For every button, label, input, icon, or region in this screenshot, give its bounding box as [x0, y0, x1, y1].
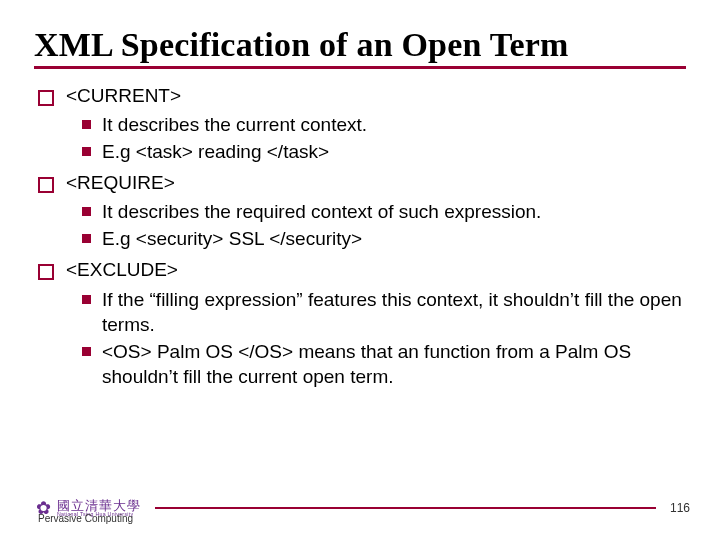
list-item: E.g <security> SSL </security>	[82, 226, 686, 251]
footer: ✿ 國立清華大學 National Tsing Hua University P…	[0, 494, 720, 522]
bullet-text: E.g <task> reading </task>	[102, 139, 686, 164]
list-item: <REQUIRE>	[38, 170, 686, 195]
list-item: If the “filling expression” features thi…	[82, 287, 686, 337]
footer-label: Pervasive Computing	[38, 513, 133, 524]
slide-title: XML Specification of an Open Term	[34, 26, 686, 64]
list-item: E.g <task> reading </task>	[82, 139, 686, 164]
footer-rule	[155, 507, 656, 509]
list-item: <OS> Palm OS </OS> means that an functio…	[82, 339, 686, 389]
filled-square-icon	[82, 120, 91, 129]
hollow-square-icon	[38, 90, 54, 106]
bullet-text: It describes the current context.	[102, 112, 686, 137]
section-heading: <REQUIRE>	[66, 170, 686, 195]
bullet-text: <OS> Palm OS </OS> means that an functio…	[102, 339, 686, 389]
bullet-text: E.g <security> SSL </security>	[102, 226, 686, 251]
list-item: <EXCLUDE>	[38, 257, 686, 282]
hollow-square-icon	[38, 264, 54, 280]
slide: XML Specification of an Open Term <CURRE…	[0, 0, 720, 540]
list-item: <CURRENT>	[38, 83, 686, 108]
list-item: It describes the required context of suc…	[82, 199, 686, 224]
filled-square-icon	[82, 234, 91, 243]
list-item: It describes the current context.	[82, 112, 686, 137]
filled-square-icon	[82, 147, 91, 156]
section-heading: <EXCLUDE>	[66, 257, 686, 282]
logo-cn: 國立清華大學	[57, 499, 141, 512]
filled-square-icon	[82, 295, 91, 304]
filled-square-icon	[82, 207, 91, 216]
bullet-text: It describes the required context of suc…	[102, 199, 686, 224]
filled-square-icon	[82, 347, 91, 356]
section-heading: <CURRENT>	[66, 83, 686, 108]
hollow-square-icon	[38, 177, 54, 193]
page-number: 116	[670, 501, 690, 515]
slide-body: <CURRENT> It describes the current conte…	[34, 83, 686, 389]
bullet-text: If the “filling expression” features thi…	[102, 287, 686, 337]
title-underline	[34, 66, 686, 69]
